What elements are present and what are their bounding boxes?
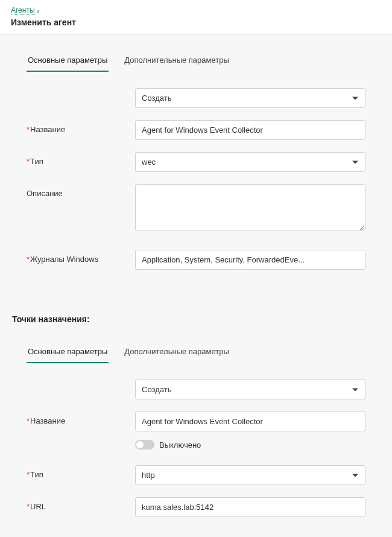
label-journals: *Журналы Windows bbox=[27, 250, 135, 264]
row-create-action: Создать bbox=[27, 88, 365, 108]
toggle-label: Выключено bbox=[159, 440, 201, 450]
name-input[interactable] bbox=[135, 120, 365, 140]
row-description: Описание bbox=[27, 184, 365, 233]
enabled-toggle[interactable] bbox=[135, 440, 154, 450]
tabs-panel1: Основные параметры Дополнительные параме… bbox=[27, 49, 381, 72]
row-create-action-2: Создать bbox=[27, 380, 365, 399]
type-select-2[interactable]: http bbox=[135, 465, 365, 485]
row-journals: *Журналы Windows bbox=[27, 250, 365, 270]
breadcrumb-parent-link[interactable]: Агенты bbox=[11, 6, 35, 15]
page-header: Агенты › Изменить агент bbox=[0, 0, 392, 35]
description-textarea[interactable] bbox=[135, 184, 365, 231]
tab-extra-params-2[interactable]: Дополнительные параметры bbox=[123, 341, 230, 363]
tab-main-params-2[interactable]: Основные параметры bbox=[27, 341, 109, 363]
breadcrumb: Агенты › bbox=[11, 6, 381, 15]
name-input-2[interactable] bbox=[135, 411, 365, 431]
label-type: *Тип bbox=[27, 152, 135, 166]
destinations-section-title: Точки назначения: bbox=[12, 314, 381, 324]
create-action-select-2[interactable]: Создать bbox=[135, 380, 365, 399]
page-body: Основные параметры Дополнительные параме… bbox=[0, 35, 392, 537]
url-input[interactable] bbox=[135, 497, 365, 517]
tab-main-params[interactable]: Основные параметры bbox=[27, 49, 109, 72]
chevron-right-icon: › bbox=[37, 7, 40, 14]
row-type: *Тип wec bbox=[27, 152, 365, 172]
label-name-2: *Название bbox=[27, 411, 135, 425]
create-action-select[interactable]: Создать bbox=[135, 88, 365, 108]
agent-params-panel: Основные параметры Дополнительные параме… bbox=[11, 35, 381, 300]
label-name: *Название bbox=[27, 120, 135, 134]
row-type-2: *Тип http bbox=[27, 465, 365, 485]
row-url: *URL bbox=[27, 497, 365, 517]
label-description: Описание bbox=[27, 184, 135, 198]
journals-input[interactable] bbox=[135, 250, 365, 270]
tabs-panel2: Основные параметры Дополнительные параме… bbox=[27, 341, 381, 364]
tab-extra-params[interactable]: Дополнительные параметры bbox=[123, 49, 230, 72]
label-type-2: *Тип bbox=[27, 465, 135, 479]
page-title: Изменить агент bbox=[11, 17, 381, 27]
destination-params-panel: Основные параметры Дополнительные параме… bbox=[11, 326, 381, 537]
label-url: *URL bbox=[27, 497, 135, 511]
row-name-2: *Название Выключено bbox=[27, 411, 365, 450]
row-name: *Название bbox=[27, 120, 365, 140]
type-select[interactable]: wec bbox=[135, 152, 365, 172]
